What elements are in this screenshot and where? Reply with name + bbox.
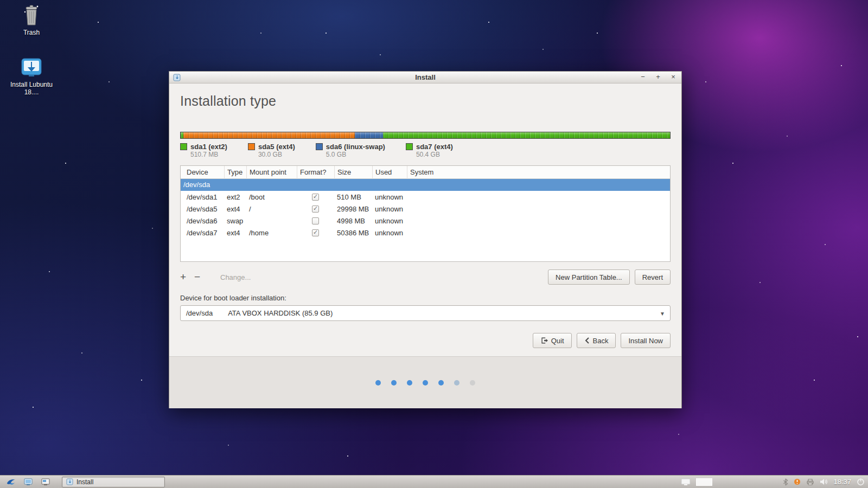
legend-item: sda1 (ext2) 510.7 MB [180, 143, 227, 159]
printer-tray-icon[interactable] [806, 478, 814, 485]
start-menu-button[interactable] [3, 477, 18, 487]
cell-size: 50386 MB [334, 229, 372, 237]
trash-icon [20, 3, 43, 27]
show-desktop-icon [41, 478, 50, 486]
bootloader-device: /dev/sda [186, 309, 213, 317]
cell-type: ext2 [224, 193, 246, 201]
quit-icon [540, 337, 548, 344]
desktop-icon-label: Trash [9, 29, 54, 36]
bootloader-label: Device for boot loader installation: [180, 294, 671, 302]
column-header-format[interactable]: Format? [297, 166, 334, 179]
format-checkbox[interactable] [312, 229, 319, 236]
bootloader-device-dropdown[interactable]: /dev/sda ATA VBOX HARDDISK (85.9 GB) ▼ [180, 305, 671, 321]
cell-type: ext4 [224, 205, 246, 213]
cell-size: 4998 MB [334, 217, 372, 225]
format-checkbox[interactable] [312, 194, 319, 201]
file-manager-button[interactable] [21, 477, 36, 487]
bootloader-device-description: ATA VBOX HARDDISK (85.9 GB) [228, 309, 333, 317]
legend-swatch [406, 143, 413, 150]
desktop-icon-install-lubuntu[interactable]: Install Lubuntu 18.... [9, 55, 54, 96]
legend-size: 50.4 GB [416, 151, 453, 159]
column-header-type[interactable]: Type [224, 166, 246, 179]
install-now-button[interactable]: Install Now [621, 333, 671, 348]
legend-name: sda5 (ext4) [258, 143, 295, 151]
volume-icon[interactable] [820, 478, 828, 485]
cell-device: /dev/sda1 [181, 193, 224, 201]
close-button[interactable]: × [669, 73, 677, 81]
legend-size: 5.0 GB [326, 151, 385, 159]
partition-bar [180, 132, 671, 139]
cell-type: swap [224, 217, 246, 225]
page-title: Installation type [180, 93, 671, 109]
legend-item: sda6 (linux-swap) 5.0 GB [316, 143, 385, 159]
legend-name: sda1 (ext2) [190, 143, 227, 151]
format-checkbox[interactable] [312, 217, 319, 224]
cell-type: ext4 [224, 229, 246, 237]
table-row-dev-sda-selected[interactable]: /dev/sda [181, 179, 670, 191]
slideshow-dot [438, 380, 444, 386]
maximize-button[interactable]: + [654, 73, 662, 81]
remove-partition-button[interactable]: − [194, 272, 208, 282]
partition-segment-sda7 [383, 132, 670, 138]
clock[interactable]: 18:37 [833, 478, 851, 486]
column-header-size[interactable]: Size [334, 166, 372, 179]
format-checkbox[interactable] [312, 206, 319, 213]
workspace-pager[interactable] [696, 478, 712, 486]
legend-swatch [248, 143, 255, 150]
show-desktop-button[interactable] [38, 477, 53, 487]
desktop-icon-label: Install Lubuntu 18.... [9, 81, 54, 96]
revert-button[interactable]: Revert [635, 269, 671, 285]
cell-mount: /boot [246, 193, 297, 201]
partition-segment-sda5 [183, 132, 355, 138]
window-titlebar[interactable]: Install − + × [169, 72, 681, 84]
power-icon[interactable] [857, 478, 865, 486]
cell-used: unknown [372, 217, 407, 225]
desktop-icon-trash[interactable]: Trash [9, 3, 54, 36]
partition-segment-sda6 [355, 132, 383, 138]
quit-button[interactable]: Quit [533, 333, 572, 348]
minimize-button[interactable]: − [639, 73, 647, 81]
cell-device: /dev/sda6 [181, 217, 224, 225]
slideshow-dot [407, 380, 412, 386]
new-partition-table-button[interactable]: New Partition Table... [548, 269, 630, 285]
chevron-left-icon [584, 337, 590, 344]
slideshow-dot [375, 380, 381, 386]
table-row-sda5[interactable]: /dev/sda5 ext4 / 29998 MB unknown [181, 203, 670, 215]
update-notifier-icon[interactable] [794, 478, 801, 485]
column-header-used[interactable]: Used [372, 166, 407, 179]
table-row-sda1[interactable]: /dev/sda1 ext2 /boot 510 MB unknown [181, 191, 670, 203]
slideshow-dots [169, 356, 681, 408]
column-header-mount-point[interactable]: Mount point [246, 166, 297, 179]
file-manager-icon [24, 478, 33, 486]
legend-name: sda6 (linux-swap) [326, 143, 385, 151]
change-partition-button[interactable]: Change... [220, 273, 251, 281]
partition-table: Device Type Mount point Format? Size Use… [180, 165, 671, 262]
cell-used: unknown [372, 193, 407, 201]
legend-swatch [180, 143, 187, 150]
cell-size: 29998 MB [334, 205, 372, 213]
slideshow-dot [470, 380, 475, 386]
cell-device: /dev/sda7 [181, 229, 224, 237]
task-label: Install [76, 478, 93, 486]
window-title: Install [169, 73, 681, 81]
display-settings-tray-icon[interactable] [681, 478, 691, 486]
slideshow-dot [423, 380, 428, 386]
taskbar-task-install[interactable]: Install [62, 477, 165, 487]
add-partition-button[interactable]: + [180, 272, 194, 282]
table-row-sda7[interactable]: /dev/sda7 ext4 /home 50386 MB unknown [181, 227, 670, 239]
cell-device: /dev/sda5 [181, 205, 224, 213]
cell-used: unknown [372, 205, 407, 213]
legend-size: 510.7 MB [190, 151, 227, 159]
table-row-sda6[interactable]: /dev/sda6 swap 4998 MB unknown [181, 215, 670, 227]
install-lubuntu-icon [20, 55, 43, 79]
quit-label: Quit [551, 337, 564, 345]
cell-used: unknown [372, 229, 407, 237]
back-button[interactable]: Back [577, 333, 616, 348]
legend-swatch [316, 143, 323, 150]
legend-item: sda7 (ext4) 50.4 GB [406, 143, 453, 159]
slideshow-dot [454, 380, 459, 386]
column-header-device[interactable]: Device [181, 166, 224, 179]
bluetooth-icon[interactable] [783, 478, 788, 486]
column-header-system[interactable]: System [407, 166, 670, 179]
chevron-down-icon: ▼ [660, 311, 665, 317]
